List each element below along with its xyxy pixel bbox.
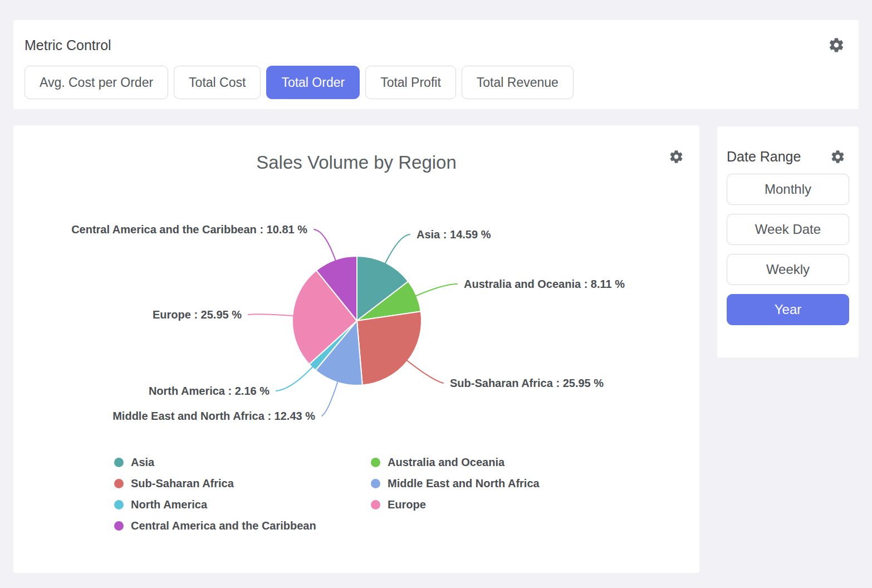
date-range-button-year[interactable]: Year xyxy=(727,294,849,325)
sales-volume-panel: Asia : 14.59 %Australia and Oceania : 8.… xyxy=(13,125,699,573)
legend-item-europe[interactable]: Europe xyxy=(371,498,540,511)
date-range-panel: Date Range MonthlyWeek DateWeeklyYear xyxy=(717,126,859,357)
metric-control-panel: Metric Control Avg. Cost per OrderTotal … xyxy=(13,20,859,109)
gear-icon[interactable] xyxy=(669,149,684,164)
pie-label-line-asia xyxy=(385,234,410,264)
pie-label-australia-and-oceania: Australia and Oceania : 8.11 % xyxy=(464,278,625,290)
legend-label: Sub-Saharan Africa xyxy=(131,477,234,490)
pie-label-line-europe xyxy=(248,314,293,316)
date-range-button-monthly[interactable]: Monthly xyxy=(727,174,849,205)
date-range-button-week-date[interactable]: Week Date xyxy=(727,214,849,245)
pie-label-sub-saharan-africa: Sub-Saharan Africa : 25.95 % xyxy=(450,377,604,389)
legend-item-australia-and-oceania[interactable]: Australia and Oceania xyxy=(371,456,540,469)
metric-button-avg-cost-per-order[interactable]: Avg. Cost per Order xyxy=(25,66,168,99)
pie-label-line-central-america-and-the-caribbean xyxy=(314,229,336,261)
pie-label-line-north-america xyxy=(276,366,313,391)
date-range-button-weekly[interactable]: Weekly xyxy=(727,254,849,285)
pie-label-asia: Asia : 14.59 % xyxy=(417,228,491,241)
pie-label-line-australia-and-oceania xyxy=(415,284,457,296)
legend-swatch-europe xyxy=(371,500,380,509)
legend-item-sub-saharan-africa[interactable]: Sub-Saharan Africa xyxy=(114,477,371,490)
legend-label: Australia and Oceania xyxy=(388,456,504,469)
legend-swatch-australia-and-oceania xyxy=(371,458,380,467)
pie-label-europe: Europe : 25.95 % xyxy=(153,308,242,321)
date-range-title: Date Range xyxy=(727,149,801,165)
metric-control-title: Metric Control xyxy=(25,37,111,53)
legend-item-middle-east-and-north-africa[interactable]: Middle East and North Africa xyxy=(371,477,540,490)
legend-swatch-north-america xyxy=(114,500,124,509)
dashboard: { "page": { "background_color": "#F1F1F6… xyxy=(0,0,872,588)
legend-item-asia[interactable]: Asia xyxy=(114,456,371,469)
metric-button-total-revenue[interactable]: Total Revenue xyxy=(462,66,574,99)
pie-label-central-america-and-the-caribbean: Central America and the Caribbean : 10.8… xyxy=(71,223,307,236)
pie-label-line-middle-east-and-north-africa xyxy=(322,381,338,416)
pie-label-middle-east-and-north-africa: Middle East and North Africa : 12.43 % xyxy=(112,410,315,422)
legend-label: Asia xyxy=(131,456,154,469)
legend-swatch-sub-saharan-africa xyxy=(114,479,124,488)
legend-label: North America xyxy=(131,498,207,511)
pie-label-north-america: North America : 2.16 % xyxy=(149,385,270,397)
metric-button-total-cost[interactable]: Total Cost xyxy=(174,66,261,99)
legend-label: Europe xyxy=(388,498,426,511)
chart-title: Sales Volume by Region xyxy=(13,152,699,173)
metric-button-total-profit[interactable]: Total Profit xyxy=(365,66,456,99)
metric-buttons: Avg. Cost per OrderTotal CostTotal Order… xyxy=(13,53,859,99)
date-range-buttons: MonthlyWeek DateWeeklyYear xyxy=(717,165,859,325)
legend-swatch-central-america-and-the-caribbean xyxy=(114,521,124,531)
chart-legend: AsiaAustralia and OceaniaSub-Saharan Afr… xyxy=(114,452,540,536)
gear-icon[interactable] xyxy=(828,37,845,53)
legend-label: Central America and the Caribbean xyxy=(131,520,316,532)
pie-slice-sub-saharan-africa[interactable] xyxy=(357,311,422,385)
legend-item-central-america-and-the-caribbean[interactable]: Central America and the Caribbean xyxy=(114,520,371,532)
metric-button-total-order[interactable]: Total Order xyxy=(266,66,360,99)
pie-label-line-sub-saharan-africa xyxy=(406,360,443,383)
legend-swatch-middle-east-and-north-africa xyxy=(371,479,380,488)
gear-icon[interactable] xyxy=(830,149,845,164)
legend-item-north-america[interactable]: North America xyxy=(114,498,371,511)
legend-swatch-asia xyxy=(114,458,124,467)
legend-label: Middle East and North Africa xyxy=(388,477,540,490)
